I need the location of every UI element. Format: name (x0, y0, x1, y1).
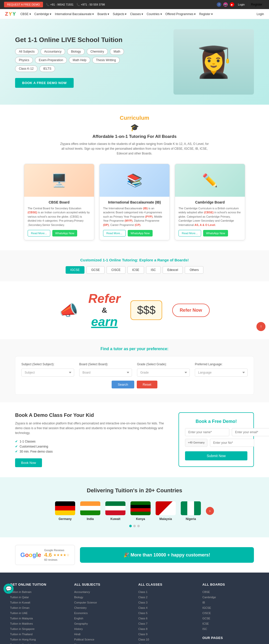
tag-accountancy[interactable]: Accountancy (40, 48, 65, 55)
footer-link[interactable]: Computer Science (74, 601, 97, 604)
footer-link[interactable]: GCSE (202, 617, 210, 620)
demo-phone-input[interactable] (210, 439, 254, 447)
country-kenya[interactable]: Kenya (130, 501, 151, 521)
footer-link[interactable]: Tuition in Thailand (10, 633, 32, 636)
refer-now-btn[interactable]: Refer Now (172, 304, 210, 317)
nav-register[interactable]: Register ▾ (199, 12, 213, 16)
footer-link[interactable]: Class 3 (138, 601, 148, 604)
tab-edexcel[interactable]: Edexcel (163, 266, 183, 274)
footer-link[interactable]: Accountancy (74, 590, 90, 593)
whatsapp-float-btn[interactable]: 💬 (4, 584, 14, 594)
nav-cbse[interactable]: CBSE ▾ (20, 12, 31, 16)
footer-link[interactable]: Class 4 (138, 606, 148, 609)
country-kuwait[interactable]: Kuwait (105, 501, 125, 521)
cambridge-read-more-btn[interactable]: Read More... (178, 230, 201, 236)
footer-link[interactable]: Class 10 (138, 638, 149, 641)
footer-link[interactable]: Geography (74, 622, 88, 625)
scroll-top-btn[interactable]: ↑ (256, 322, 265, 331)
register-btn[interactable]: Register (248, 2, 265, 8)
language-select[interactable]: Language (195, 369, 248, 377)
free-demo-btn[interactable]: REQUEST A FREE DEMO (4, 2, 43, 7)
footer-link[interactable]: Class 11 (138, 643, 149, 644)
footer-link[interactable]: Tuition in Bahrain (10, 590, 31, 593)
tag-math[interactable]: Math (110, 48, 124, 55)
footer-link[interactable]: IB (202, 601, 205, 604)
nav-subjects[interactable]: Subjects ▾ (113, 12, 126, 16)
cbse-read-more-btn[interactable]: Read More... (28, 230, 50, 236)
dot-2[interactable] (133, 525, 136, 527)
reset-btn[interactable]: Reset (137, 381, 157, 388)
footer-link[interactable]: Class 6 (138, 617, 148, 620)
footer-link[interactable]: English (74, 617, 83, 620)
tab-igcse[interactable]: IGCSE (66, 266, 84, 274)
footer-link[interactable]: Tuition in Kuwait (10, 601, 30, 604)
tab-cisce[interactable]: CISCE (107, 266, 125, 274)
nav-classes[interactable]: Classes ▾ (130, 12, 143, 16)
subject-select[interactable]: Subject (21, 369, 74, 377)
countries-next-arrow[interactable]: › (206, 507, 214, 515)
happy-customers-btn[interactable]: 🎉 More than 10000 + happy customers! (80, 547, 254, 563)
footer-link[interactable]: Political Science (74, 638, 94, 641)
tag-class-k12[interactable]: Class K-12 (15, 65, 37, 72)
footer-link[interactable]: Class 1 (138, 590, 148, 593)
dot-1[interactable] (129, 525, 132, 527)
tag-thesis[interactable]: Thesis Writting (92, 57, 120, 63)
cbse-whatsapp-btn[interactable]: WhatsApp Now (52, 230, 77, 236)
country-germany[interactable]: Germany (55, 501, 75, 521)
footer-link[interactable]: Physics (74, 643, 84, 644)
footer-link[interactable]: Tuition in Malaysia (10, 617, 33, 620)
footer-link[interactable]: Class 7 (138, 622, 148, 625)
ib-whatsapp-btn[interactable]: WhatsApp Now (128, 230, 153, 236)
dot-3[interactable] (137, 525, 140, 527)
tag-ielts[interactable]: IELTS (39, 65, 55, 72)
tab-isc[interactable]: ISC (146, 266, 161, 274)
footer-link[interactable]: CISCE (202, 612, 211, 615)
nav-ib[interactable]: International Baccalaureate ▾ (55, 12, 94, 16)
tag-chemistry[interactable]: Chemistry (87, 48, 108, 55)
footer-link[interactable]: Cambridge (202, 596, 216, 599)
book-now-btn[interactable]: Book Now (15, 458, 42, 467)
footer-link[interactable]: Tuition in UAE (10, 612, 28, 615)
footer-link[interactable]: Class 5 (138, 612, 148, 615)
demo-name-input[interactable] (185, 428, 229, 436)
footer-link[interactable]: ICSE (202, 622, 209, 625)
tab-gcse[interactable]: GCSE (86, 266, 105, 274)
demo-email-input[interactable] (232, 428, 269, 436)
footer-link[interactable]: Hindi (74, 633, 80, 636)
footer-link[interactable]: Economics (74, 612, 88, 615)
tag-math-help[interactable]: Math Help (69, 57, 90, 63)
footer-link[interactable]: Chemistry (74, 606, 87, 609)
tab-icse[interactable]: ICSE (127, 266, 144, 274)
youtube-icon[interactable]: ▶ (230, 2, 234, 7)
footer-link[interactable]: Class 8 (138, 627, 148, 630)
instagram-icon[interactable]: 📷 (223, 2, 228, 7)
board-select[interactable]: Board (79, 369, 132, 377)
tab-others[interactable]: Others (185, 266, 203, 274)
cambridge-whatsapp-btn[interactable]: WhatsApp Now (203, 230, 228, 236)
country-malaysia[interactable]: Malaysia (156, 501, 176, 521)
footer-link[interactable]: CBSE (202, 590, 210, 593)
nav-login[interactable]: Login (257, 12, 264, 16)
footer-link[interactable]: Tuition in Oman (10, 606, 29, 609)
search-btn[interactable]: Search (112, 381, 134, 388)
footer-link[interactable]: History (74, 627, 83, 630)
footer-link[interactable]: Tuition in Maldives (10, 622, 33, 625)
grade-select[interactable]: Grade (137, 369, 190, 377)
footer-link[interactable]: ISC (202, 627, 207, 630)
hero-cta-btn[interactable]: BOOK A FREE DEMO NOW (15, 78, 74, 88)
tag-exam-prep[interactable]: Exam-Preparation (35, 57, 67, 63)
nav-boards[interactable]: Boards ▾ (97, 12, 109, 16)
footer-link[interactable]: Tuition in Saudi Arabia (10, 643, 38, 644)
ib-read-more-btn[interactable]: Read More... (103, 230, 126, 236)
tag-all-subjects[interactable]: All Subjects (15, 48, 38, 55)
footer-link[interactable]: IGCSE (202, 606, 211, 609)
login-link[interactable]: Login (238, 3, 245, 6)
country-india[interactable]: India (80, 501, 100, 521)
tag-physics[interactable]: Physics (15, 57, 33, 63)
nav-cambridge[interactable]: Cambridge ▾ (34, 12, 52, 16)
submit-demo-btn[interactable]: Submit Now (185, 451, 247, 460)
footer-link[interactable]: Class 2 (138, 596, 148, 599)
tag-biology[interactable]: Biology (67, 48, 84, 55)
footer-link[interactable]: Tuition in Singapore (10, 627, 34, 630)
footer-link[interactable]: Tuition in Hong Kong (10, 638, 36, 641)
